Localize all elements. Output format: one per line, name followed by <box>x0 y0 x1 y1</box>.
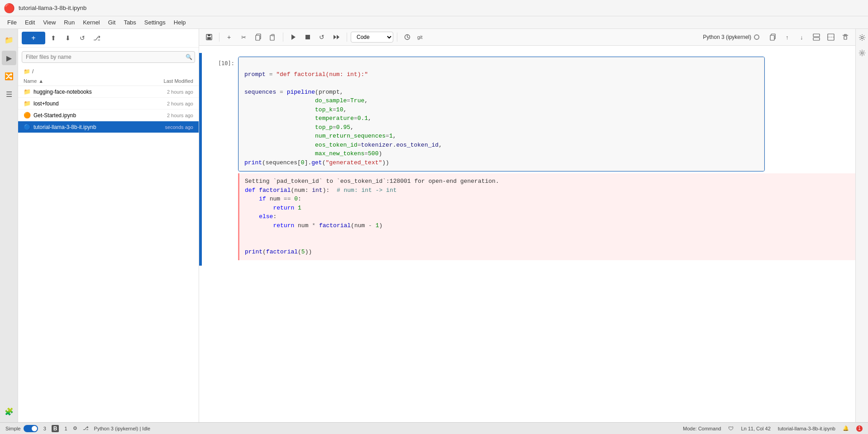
paste-cell-button[interactable] <box>267 31 279 43</box>
notebook-blue-icon: 🔵 <box>24 124 31 130</box>
svg-rect-23 <box>828 34 834 40</box>
copy-cell-button[interactable] <box>252 31 265 43</box>
window-title: tutorial-llama-3-8b-it.ipynb <box>19 5 86 11</box>
settings-panel-button[interactable] <box>857 33 867 43</box>
cell-error-output: Setting `pad_token_id` to `eos_token_id`… <box>238 173 855 260</box>
activity-files[interactable]: 📁 <box>2 33 16 47</box>
cell-type-select[interactable]: Code Markdown Raw <box>351 32 393 43</box>
bell-icon: 🔔 <box>843 425 849 431</box>
svg-marker-13 <box>337 35 339 39</box>
svg-rect-6 <box>256 35 260 40</box>
cell-count-label: 3 <box>43 426 46 431</box>
run-all-button[interactable] <box>330 31 343 43</box>
svg-rect-8 <box>272 34 274 36</box>
menu-kernel[interactable]: Kernel <box>79 18 104 27</box>
column-modified-header[interactable]: Last Modified <box>134 78 193 84</box>
cell-input[interactable]: prompt = "def factorial(num: int):" sequ… <box>238 57 764 171</box>
file-list-header: Name ▲ Last Modified <box>18 76 199 86</box>
search-box: 🔍 <box>22 51 195 63</box>
activity-toc[interactable]: ☰ <box>2 87 16 101</box>
file-item-get-started[interactable]: 🟠 Get-Started.ipynb 2 hours ago <box>18 110 199 121</box>
svg-text:↺: ↺ <box>319 33 324 41</box>
activity-extensions[interactable]: 🧩 <box>2 404 16 419</box>
history-button[interactable] <box>401 31 414 43</box>
menu-view[interactable]: View <box>39 18 59 27</box>
menu-tabs[interactable]: Tabs <box>120 18 139 27</box>
sep4 <box>397 33 397 42</box>
cell-prompt: [10]: <box>202 57 238 172</box>
activity-bar: 📁 ▶ 🔀 ☰ 🧩 <box>0 29 18 422</box>
column-name-header[interactable]: Name ▲ <box>24 78 134 84</box>
status-bar: Simple 3 B 1 ⚙ ⎇ Python 3 (ipykernel) | … <box>0 422 868 434</box>
notebook-area: + ✂ ↺ <box>199 29 855 422</box>
status-right: Mode: Command 🛡 Ln 11, Col 42 tutorial-l… <box>683 425 863 432</box>
menu-bar: const mbData = {"items":["File","Edit","… <box>0 16 868 29</box>
merge-cell-button[interactable] <box>825 31 837 43</box>
notebook-toolbar: + ✂ ↺ <box>199 29 855 46</box>
activity-run[interactable]: ▶ <box>2 51 16 65</box>
run-cell-button[interactable] <box>287 31 300 43</box>
file-name: hugging-face-notebooks <box>33 89 134 95</box>
svg-point-26 <box>861 37 863 39</box>
menu-help[interactable]: Help <box>170 18 190 27</box>
status-shield: 🛡 <box>728 425 734 432</box>
kernel-status-label: Python 3 (ipykernel) | Idle <box>94 426 151 431</box>
kernel-info: Python 3 (ipykernel) <box>703 34 759 40</box>
new-file-button[interactable]: + <box>22 32 45 44</box>
git-button[interactable]: ⎇ <box>91 32 103 44</box>
upload-button[interactable]: ⬆ <box>47 32 60 44</box>
svg-text:↑: ↑ <box>786 34 789 41</box>
git-toolbar-button[interactable]: git <box>415 31 424 43</box>
restart-kernel-button[interactable]: ↺ <box>316 31 329 43</box>
search-icon: 🔍 <box>186 54 192 60</box>
svg-marker-9 <box>291 34 296 40</box>
file-name: lost+found <box>33 100 134 107</box>
svg-rect-2 <box>207 37 211 39</box>
menu-git[interactable]: Git <box>105 18 119 27</box>
line-col-label: Ln 11, Col 42 <box>741 426 770 431</box>
notebook-content: [10]: prompt = "def factorial(num: int):… <box>199 46 855 422</box>
file-panel: + ⬆ ⬇ ↺ ⎇ 🔍 📁 / Name ▲ Last Modified 📁 <box>18 29 199 422</box>
svg-rect-7 <box>270 35 274 40</box>
menu-run[interactable]: Run <box>60 18 78 27</box>
activity-git[interactable]: 🔀 <box>2 69 16 83</box>
cell-body: prompt = "def factorial(num: int):" sequ… <box>238 57 765 172</box>
svg-rect-21 <box>813 34 820 37</box>
sep3 <box>347 33 347 42</box>
svg-point-27 <box>861 52 863 54</box>
menu-settings[interactable]: Settings <box>141 18 169 27</box>
main-layout: 📁 ▶ 🔀 ☰ 🧩 + ⬆ ⬇ ↺ ⎇ 🔍 📁 / Name ▲ Last Mo <box>0 29 868 422</box>
add-cell-button[interactable]: + <box>223 31 236 43</box>
file-item-tutorial-llama[interactable]: 🔵 tutorial-llama-3-8b-it.ipynb seconds a… <box>18 121 199 133</box>
sort-asc-icon: ▲ <box>38 78 43 84</box>
sep2 <box>283 33 283 42</box>
move-up-button[interactable]: ↑ <box>781 31 794 43</box>
folder-icon: 📁 <box>24 100 31 107</box>
move-down-button[interactable]: ↓ <box>796 31 808 43</box>
file-item-lost-found[interactable]: 📁 lost+found 2 hours ago <box>18 98 199 110</box>
file-modified: 2 hours ago <box>134 89 193 95</box>
download-button[interactable]: ⬇ <box>62 32 74 44</box>
bold-indicator: B <box>52 425 59 432</box>
refresh-button[interactable]: ↺ <box>76 32 89 44</box>
file-modified: 2 hours ago <box>134 113 193 118</box>
svg-text:+: + <box>227 33 231 41</box>
filename-label: tutorial-llama-3-8b-it.ipynb <box>778 426 835 431</box>
file-item-hugging-face-notebooks[interactable]: 📁 hugging-face-notebooks 2 hours ago <box>18 86 199 98</box>
cut-cell-button[interactable]: ✂ <box>238 31 250 43</box>
copy-output-button[interactable] <box>767 31 779 43</box>
svg-text:✂: ✂ <box>241 34 246 41</box>
save-button[interactable] <box>203 31 215 43</box>
split-cell-button[interactable] <box>810 31 823 43</box>
menu-edit[interactable]: Edit <box>21 18 38 27</box>
svg-rect-18 <box>770 35 774 40</box>
notebook-orange-icon: 🟠 <box>24 112 31 119</box>
svg-line-16 <box>407 37 409 38</box>
delete-cell-button[interactable] <box>839 31 852 43</box>
folder-icon: 📁 <box>24 68 30 75</box>
menu-file[interactable]: File <box>4 18 20 27</box>
search-input[interactable] <box>22 51 195 63</box>
notebook-settings-button[interactable] <box>857 48 867 58</box>
mode-toggle[interactable] <box>24 425 38 432</box>
stop-kernel-button[interactable] <box>301 31 314 43</box>
